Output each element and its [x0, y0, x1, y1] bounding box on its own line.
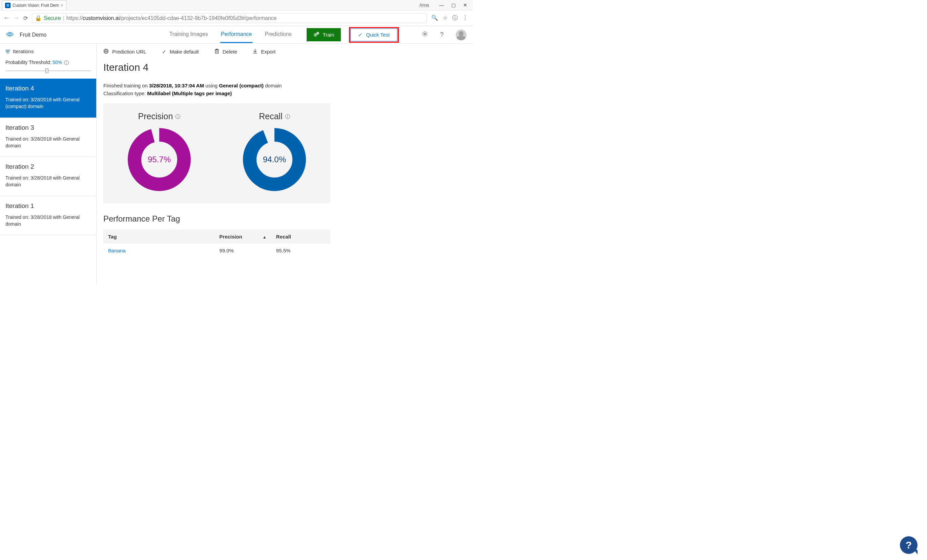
back-icon[interactable]: ←: [3, 15, 9, 22]
star-icon[interactable]: ☆: [443, 15, 448, 22]
precision-cell: 99.0%: [214, 244, 271, 258]
iteration-subtitle: Trained on: 3/28/2018 with General (comp…: [5, 96, 91, 110]
table-header-row: Tag Precision▲ Recall: [103, 230, 330, 244]
iteration-subtitle: Trained on: 3/28/2018 with General domai…: [5, 175, 91, 188]
address-bar[interactable]: 🔒 Secure | https://customvision.ai/proje…: [32, 13, 427, 23]
recall-cell: 95.5%: [271, 244, 330, 258]
iteration-title: Iteration 1: [5, 202, 91, 210]
svg-point-6: [424, 33, 426, 35]
svg-point-4: [318, 33, 318, 33]
vision-eye-icon: [6, 31, 14, 39]
iteration-subtitle: Trained on: 3/28/2018 with General domai…: [5, 135, 91, 149]
tab-strip: ◎ Custom Vision: Fruit Dem × Anna — ▢ ✕: [0, 0, 473, 10]
iteration-item-3[interactable]: Iteration 3 Trained on: 3/28/2018 with G…: [0, 118, 96, 157]
close-window-icon[interactable]: ✕: [463, 2, 467, 8]
iteration-toolbar: Prediction URL ✓ Make default Delete Exp…: [97, 44, 473, 60]
menu-icon[interactable]: ⋮: [462, 15, 468, 22]
close-tab-icon[interactable]: ×: [61, 3, 63, 8]
recall-title: Recall i: [229, 111, 320, 121]
tab-title: Custom Vision: Fruit Dem: [12, 3, 59, 8]
export-button[interactable]: Export: [253, 49, 275, 55]
svg-point-2: [315, 35, 315, 35]
zoom-icon[interactable]: 🔍: [431, 15, 438, 22]
iteration-title: Iteration 2: [5, 163, 91, 170]
app-header: Fruit Demo Training Images Performance P…: [0, 26, 473, 44]
iteration-title: Iteration 4: [5, 85, 91, 92]
project-name[interactable]: Fruit Demo: [20, 32, 46, 38]
precision-value: 95.7%: [127, 127, 191, 192]
prediction-url-button[interactable]: Prediction URL: [103, 49, 146, 55]
nav-performance[interactable]: Performance: [220, 26, 253, 43]
quick-test-button[interactable]: ✓ Quick Test: [350, 29, 397, 41]
nav-predictions[interactable]: Predictions: [264, 26, 292, 43]
check-icon: ✓: [358, 32, 363, 38]
iteration-subtitle: Trained on: 3/28/2018 with General domai…: [5, 214, 91, 228]
iterations-header: Iterations: [0, 44, 96, 59]
precision-donut: 95.7%: [127, 127, 191, 192]
training-meta: Finished training on 3/28/2018, 10:37:04…: [103, 82, 466, 97]
trash-icon: [214, 49, 219, 55]
gear-icon[interactable]: [422, 31, 428, 39]
minimize-icon[interactable]: —: [439, 2, 444, 8]
recall-donut: 94.0%: [242, 127, 307, 192]
stats-panel: Precision i 95.7% Recall i: [103, 103, 330, 203]
main-nav: Training Images Performance Predictions: [169, 26, 292, 43]
recall-block: Recall i 94.0%: [229, 111, 320, 192]
iteration-title: Iteration 3: [5, 124, 91, 132]
iteration-item-4[interactable]: Iteration 4 Trained on: 3/28/2018 with G…: [0, 79, 96, 118]
profile-name[interactable]: Anna: [419, 3, 429, 8]
precision-block: Precision i 95.7%: [114, 111, 205, 192]
table-row[interactable]: Banana 99.0% 95.5%: [103, 244, 330, 258]
quick-test-label: Quick Test: [366, 32, 390, 38]
browser-chrome: ◎ Custom Vision: Fruit Dem × Anna — ▢ ✕ …: [0, 0, 473, 26]
lock-icon: 🔒: [35, 15, 42, 21]
performance-table: Tag Precision▲ Recall Banana 99.0% 95.5%: [103, 230, 330, 258]
reload-icon[interactable]: ⟳: [22, 15, 29, 21]
forward-icon: →: [13, 15, 19, 22]
maximize-icon[interactable]: ▢: [451, 2, 456, 8]
recall-value: 94.0%: [242, 127, 307, 192]
url-separator: |: [63, 15, 64, 21]
svg-point-5: [422, 32, 427, 36]
secure-label: Secure: [44, 15, 61, 21]
info-icon[interactable]: i: [285, 114, 290, 119]
avatar[interactable]: [456, 29, 467, 40]
delete-button[interactable]: Delete: [214, 49, 237, 55]
sort-caret-icon: ▲: [263, 235, 267, 240]
info-icon[interactable]: i: [176, 114, 180, 119]
globe-icon: [103, 49, 109, 55]
info-icon[interactable]: i: [64, 60, 69, 65]
page-title: Iteration 4: [103, 62, 466, 73]
th-precision[interactable]: Precision▲: [214, 230, 271, 244]
th-recall[interactable]: Recall: [271, 230, 330, 244]
url-text: https://customvision.ai/projects/ec4105d…: [67, 15, 277, 21]
window-controls: Anna — ▢ ✕: [419, 2, 473, 8]
omnibox-actions: 🔍 ☆ ⓘ ⋮: [430, 15, 469, 22]
svg-rect-10: [215, 50, 218, 53]
content-area: Iteration 4 Finished training on 3/28/20…: [97, 60, 473, 271]
layers-icon: [5, 49, 10, 54]
svg-rect-12: [216, 49, 217, 50]
iteration-item-1[interactable]: Iteration 1 Trained on: 3/28/2018 with G…: [0, 196, 96, 235]
sidebar-scroll[interactable]: Probability Threshold: 50% i Iteration 4…: [0, 59, 96, 285]
iteration-item-2[interactable]: Iteration 2 Trained on: 3/28/2018 with G…: [0, 157, 96, 196]
browser-tab[interactable]: ◎ Custom Vision: Fruit Dem ×: [2, 0, 67, 10]
threshold-slider[interactable]: [5, 69, 91, 73]
make-default-button[interactable]: ✓ Make default: [162, 49, 199, 55]
main-content[interactable]: Prediction URL ✓ Make default Delete Exp…: [97, 44, 473, 285]
probability-threshold: Probability Threshold: 50% i: [0, 59, 96, 68]
customvision-favicon: ◎: [5, 3, 11, 8]
train-button[interactable]: Train: [307, 28, 341, 41]
address-bar-row: ← → ⟳ 🔒 Secure | https://customvision.ai…: [0, 10, 473, 26]
download-icon: [253, 49, 257, 55]
iterations-label: Iterations: [13, 49, 34, 54]
tag-cell[interactable]: Banana: [103, 244, 214, 258]
slider-thumb[interactable]: [46, 68, 49, 73]
info-icon[interactable]: ⓘ: [452, 15, 458, 22]
th-tag[interactable]: Tag: [103, 230, 214, 244]
nav-training-images[interactable]: Training Images: [169, 26, 209, 43]
help-icon[interactable]: ?: [440, 31, 444, 38]
precision-title: Precision i: [114, 111, 205, 121]
performance-per-tag-title: Performance Per Tag: [103, 214, 466, 224]
svg-point-0: [9, 33, 11, 36]
